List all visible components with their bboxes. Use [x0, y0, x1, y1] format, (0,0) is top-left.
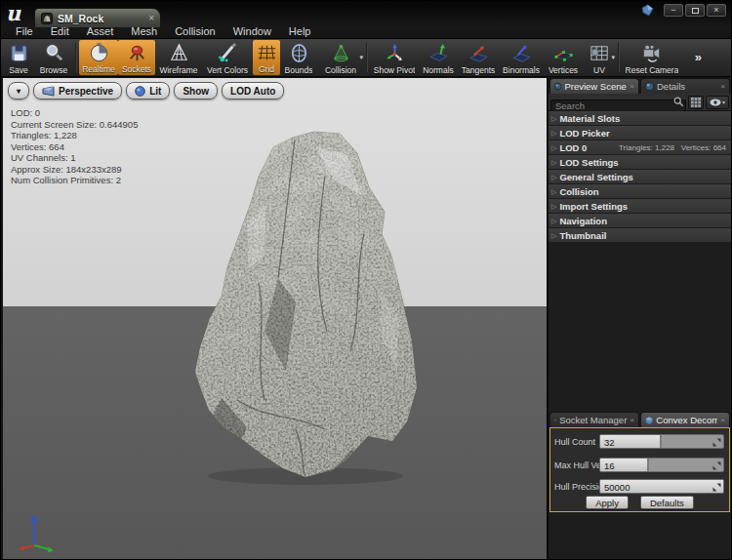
expander-icon[interactable]: ▷	[551, 188, 556, 195]
lod-auto-button[interactable]: LOD Auto	[222, 82, 284, 100]
category-general-settings[interactable]: ▷ General Settings	[549, 170, 731, 183]
menu-mesh[interactable]: Mesh	[122, 24, 166, 38]
max-hull-verts-slider[interactable]: 16	[599, 458, 724, 472]
hull-count-label: Hull Count	[554, 437, 599, 447]
max-hull-verts-label: Max Hull Verts	[554, 460, 599, 470]
viewport-options-button[interactable]: ▾	[8, 82, 29, 100]
tab-close-icon[interactable]: ×	[720, 416, 725, 424]
tab-details[interactable]: Details ×	[640, 78, 730, 94]
viewport-stats: LOD: 0 Current Screen Size: 0.644905 Tri…	[11, 107, 138, 186]
hull-count-row: Hull Count 32	[554, 434, 724, 449]
restore-button[interactable]	[685, 4, 705, 17]
tab-close-icon[interactable]: ×	[148, 14, 154, 23]
reset-camera-icon	[640, 41, 664, 65]
perspective-button[interactable]: Perspective	[33, 82, 122, 100]
minimize-button[interactable]: −	[664, 4, 683, 17]
expander-icon[interactable]: ▷	[551, 115, 556, 122]
unreal-logo-icon: u	[6, 1, 20, 26]
axis-gizmo-icon	[9, 504, 60, 555]
convex-buttons: Apply Defaults	[550, 496, 729, 509]
perspective-icon	[42, 86, 55, 97]
show-pivot-icon	[384, 41, 406, 65]
tab-close-icon[interactable]: ×	[720, 82, 725, 91]
category-import-settings[interactable]: ▷ Import Settings	[549, 199, 731, 213]
collision-icon	[330, 41, 352, 65]
category-navigation[interactable]: ▷ Navigation	[549, 214, 731, 227]
toolbar-separator	[618, 43, 620, 72]
category-material-slots[interactable]: ▷ Material Slots	[549, 111, 731, 125]
expander-icon[interactable]: ▷	[551, 203, 556, 210]
vert-colors-toggle-button[interactable]: Vert Colors	[202, 39, 253, 76]
stat-screen-size: Current Screen Size: 0.644905	[11, 119, 138, 131]
category-lod-picker[interactable]: ▷ LOD Picker	[549, 126, 731, 140]
lit-button[interactable]: Lit	[126, 82, 170, 100]
menu-file[interactable]: File	[7, 24, 42, 38]
collision-dropdown-icon[interactable]: ▾	[359, 54, 363, 61]
binormals-toggle-button[interactable]: Binormals	[499, 39, 544, 76]
menu-window[interactable]: Window	[224, 24, 280, 38]
toolbar-overflow-icon[interactable]: »	[695, 50, 702, 64]
tab-preview-scene-settings[interactable]: Preview Scene Se ×	[549, 78, 639, 94]
bounds-toggle-button[interactable]: Bounds	[280, 39, 317, 76]
menu-edit[interactable]: Edit	[42, 24, 78, 38]
window-controls: − ×	[641, 4, 726, 17]
spinner-icon[interactable]	[712, 461, 721, 470]
spinner-icon[interactable]	[712, 483, 721, 492]
3d-viewport[interactable]: ▾ Perspective Lit Show LOD Auto LOD: 0 C…	[3, 78, 549, 559]
viewport-options-caret-icon: ▾	[17, 87, 20, 96]
hull-count-slider[interactable]: 32	[599, 434, 724, 449]
menu-asset[interactable]: Asset	[78, 24, 123, 38]
grid-toggle-button[interactable]: Grid	[253, 40, 280, 75]
eye-icon	[710, 99, 721, 106]
tangents-icon	[468, 41, 490, 65]
defaults-button[interactable]: Defaults	[640, 496, 694, 509]
vertices-icon	[552, 41, 575, 65]
property-matrix-button[interactable]	[688, 96, 704, 109]
vertices-toggle-button[interactable]: Vertices	[544, 39, 583, 76]
normals-toggle-button[interactable]: Normals	[419, 39, 458, 76]
tangents-toggle-button[interactable]: Tangents	[458, 39, 499, 76]
expander-icon[interactable]: ▷	[551, 130, 556, 137]
expander-icon[interactable]: ▷	[551, 218, 556, 224]
asset-icon	[41, 13, 53, 24]
toolbar-separator	[366, 43, 368, 72]
realtime-toggle-button[interactable]: Realtime	[79, 40, 118, 75]
save-button[interactable]: Save	[3, 39, 34, 76]
stat-triangles: Triangles: 1,228	[11, 130, 138, 141]
category-collision[interactable]: ▷ Collision	[549, 184, 731, 198]
collision-toggle-button[interactable]: Collision ▾	[317, 39, 364, 76]
sockets-toggle-button[interactable]: Sockets	[118, 40, 155, 75]
expander-icon[interactable]: ▷	[551, 232, 556, 239]
bounds-icon	[288, 41, 310, 65]
stat-uv-channels: UV Channels: 1	[11, 152, 138, 164]
view-options-button[interactable]: ▾	[706, 96, 729, 109]
menu-help[interactable]: Help	[280, 24, 320, 38]
tab-close-icon[interactable]: ×	[630, 82, 634, 91]
details-categories: ▷ Material Slots ▷ LOD Picker ▷ LOD 0 Tr…	[549, 111, 731, 243]
tab-convex-decomposition[interactable]: Convex Decompo ×	[640, 412, 730, 427]
category-lod-settings[interactable]: ▷ LOD Settings	[549, 155, 731, 169]
uv-dropdown-icon[interactable]: ▾	[611, 54, 615, 61]
apply-button[interactable]: Apply	[586, 496, 629, 509]
tab-socket-manager[interactable]: Socket Manager ×	[549, 412, 639, 427]
wireframe-toggle-button[interactable]: Wireframe	[155, 39, 202, 76]
hull-precision-input[interactable]: 50000	[599, 479, 724, 494]
show-pivot-toggle-button[interactable]: Show Pivot	[370, 39, 419, 76]
spinner-icon[interactable]	[712, 438, 721, 447]
browse-button[interactable]: Browse	[34, 39, 73, 76]
expander-icon[interactable]: ▷	[551, 174, 556, 180]
expander-icon[interactable]: ▷	[551, 159, 556, 166]
category-thumbnail[interactable]: ▷ Thumbnail	[549, 228, 731, 242]
expander-icon[interactable]: ▷	[551, 144, 556, 151]
details-search-row: ▾	[549, 94, 731, 111]
category-lod-0[interactable]: ▷ LOD 0 Triangles: 1,228 Vertices: 664	[549, 140, 731, 154]
menu-collision[interactable]: Collision	[166, 24, 224, 38]
convex-decomposition-panel: Hull Count 32 Max Hull Verts 16 Hull Pre…	[549, 427, 730, 512]
show-button[interactable]: Show	[174, 82, 218, 100]
titlebar[interactable]: u SM_Rock × File Edit Asset Mesh Collisi…	[1, 1, 731, 38]
details-tab-icon	[645, 82, 654, 91]
uv-button[interactable]: UV ▾	[583, 39, 616, 76]
tab-close-icon[interactable]: ×	[630, 416, 634, 424]
close-button[interactable]: ×	[707, 4, 726, 17]
reset-camera-button[interactable]: Reset Camera	[622, 39, 682, 76]
